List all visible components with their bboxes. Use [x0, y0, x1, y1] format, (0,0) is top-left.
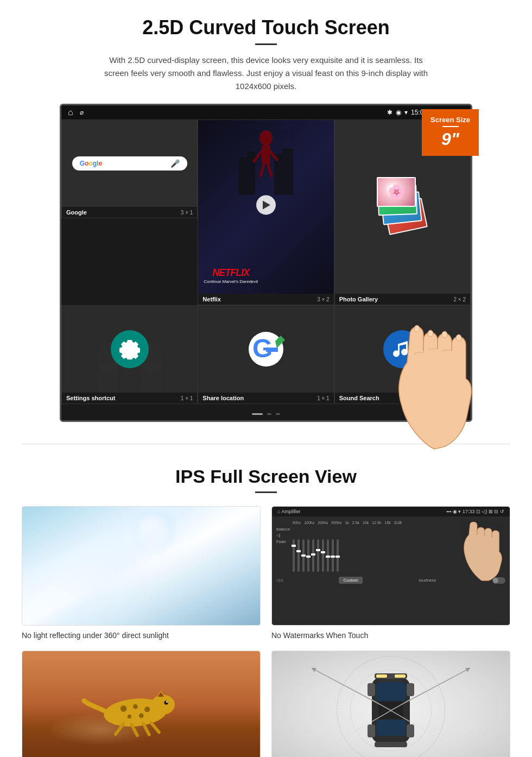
- feature-amplifier: ⌂ Amplifier ▪▪▪ ◉ ▾ 17:33 ⊡ ◁) ⊠ ⊟ ↺ 60h…: [271, 506, 510, 640]
- sound-app-size: 1 × 1: [453, 395, 466, 401]
- section-ips: IPS Full Screen View No light reflecting…: [0, 455, 532, 757]
- svg-point-28: [144, 706, 150, 712]
- amp-home-icon: ⌂ Amplifier: [277, 509, 300, 514]
- share-label-row: Share location 1 × 1: [198, 393, 333, 403]
- feature-sunlight: No light reflecting under 360° direct su…: [22, 506, 261, 640]
- slider-6: [317, 539, 319, 572]
- section2-divider: [255, 491, 277, 493]
- share-app-size: 1 × 1: [317, 395, 330, 401]
- svg-point-29: [127, 714, 131, 718]
- svg-rect-13: [142, 363, 161, 393]
- share-content: G: [198, 306, 333, 393]
- home-icon[interactable]: ⌂: [68, 108, 73, 117]
- gallery-app-name: Photo Gallery: [339, 296, 378, 302]
- slider-1-thumb: [292, 545, 296, 547]
- amp-toggle-knob: [493, 578, 498, 583]
- music-note-icon: [392, 339, 413, 359]
- sound-label-row: Sound Search 1 × 1: [335, 393, 470, 403]
- slider-5-thumb: [311, 553, 315, 556]
- share-app-name: Share location: [202, 395, 244, 401]
- app-grid-top: Google 🎤 Google 3 × 1: [61, 119, 471, 305]
- daredevil-svg: [239, 124, 293, 195]
- settings-app-size: 1 × 1: [181, 395, 193, 401]
- indicator-1: [252, 413, 263, 415]
- badge-size: 9": [441, 129, 459, 149]
- section1-divider: [255, 43, 277, 45]
- app-cell-share[interactable]: G Share location 1 × 1: [198, 305, 334, 404]
- slider-3: [302, 539, 305, 572]
- amp-sliders: [293, 528, 339, 572]
- section-curved-screen: 2.5D Curved Touch Screen With 2.5D curve…: [0, 0, 532, 433]
- google-app-name: Google: [66, 209, 87, 216]
- angle-arrows-svg: [272, 651, 510, 757]
- car-bg: [272, 651, 510, 757]
- netflix-subtitle: Continue Marvel's Daredevil: [204, 279, 258, 284]
- device-mockup: Screen Size 9" ⌂ ⌀ ✱ ◉ ▾ 15:06 ⊡ ◁) ⊠: [60, 104, 472, 422]
- status-bar-left: ⌂ ⌀: [68, 108, 84, 117]
- svg-point-4: [259, 130, 273, 146]
- feature-car: Large Viewing Angle: [271, 651, 510, 757]
- svg-line-33: [143, 723, 149, 734]
- app-cell-google[interactable]: Google 🎤 Google 3 × 1: [61, 119, 198, 218]
- google-search-bar[interactable]: Google 🎤: [72, 156, 187, 171]
- badge-label: Screen Size: [430, 116, 470, 124]
- amp-sliders-row: [293, 526, 505, 575]
- google-label-row: Google 3 × 1: [62, 207, 197, 218]
- amp-hand-svg: [450, 522, 504, 582]
- app-cell-netflix[interactable]: NETFLIX Continue Marvel's Daredevil Netf…: [198, 119, 334, 305]
- amplifier-image: ⌂ Amplifier ▪▪▪ ◉ ▾ 17:33 ⊡ ◁) ⊠ ⊟ ↺ 60h…: [271, 506, 510, 626]
- app-cell-settings[interactable]: Settings shortcut 1 × 1: [61, 305, 198, 404]
- device-screen: ⌂ ⌀ ✱ ◉ ▾ 15:06 ⊡ ◁) ⊠ ▭: [60, 104, 472, 422]
- gallery-label-row: Photo Gallery 2 × 2: [335, 294, 470, 305]
- amplifier-caption: No Watermarks When Touch: [271, 631, 510, 640]
- sound-content: [335, 306, 470, 393]
- netflix-app-size: 3 × 2: [317, 297, 330, 302]
- slider-2-thumb: [296, 550, 301, 552]
- usb-icon: ⌀: [80, 109, 84, 116]
- google-app-size: 3 × 1: [181, 210, 193, 216]
- daredevil-scene: NETFLIX Continue Marvel's Daredevil: [198, 120, 333, 294]
- section1-title: 2.5D Curved Touch Screen: [33, 16, 499, 39]
- slider-7: [322, 539, 324, 572]
- play-triangle-icon: [263, 200, 270, 209]
- indicator-3: [276, 413, 280, 415]
- amplifier-ui: ⌂ Amplifier ▪▪▪ ◉ ▾ 17:33 ⊡ ◁) ⊠ ⊟ ↺ 60h…: [272, 507, 510, 625]
- google-content: Google 🎤: [62, 120, 197, 207]
- page-indicators: [61, 404, 471, 420]
- slider-8-thumb: [326, 556, 330, 558]
- netflix-logo-text: NETFLIX: [204, 267, 258, 279]
- amp-body: 60hz 100hz 200hz 500hz 1k 2.5k 10k 12.5k…: [272, 516, 510, 625]
- amp-toggle[interactable]: [492, 577, 505, 584]
- cheetah-bg: [22, 651, 260, 757]
- cheetah-image: [22, 651, 261, 757]
- play-button[interactable]: [256, 195, 276, 215]
- slider-4: [307, 539, 309, 572]
- sound-icon-circle: [383, 330, 421, 368]
- svg-line-8: [261, 164, 264, 176]
- svg-point-30: [139, 713, 144, 718]
- settings-app-name: Settings shortcut: [66, 395, 115, 401]
- settings-icon-circle: [111, 330, 149, 368]
- wifi-icon: ▾: [404, 109, 408, 116]
- svg-rect-5: [262, 145, 270, 164]
- slider-9-thumb: [331, 556, 335, 558]
- svg-point-26: [120, 705, 126, 712]
- cheetah-svg: [58, 681, 213, 740]
- section-divider: [22, 444, 510, 444]
- slider-4-thumb: [306, 556, 311, 558]
- svg-line-34: [151, 723, 159, 732]
- slider-8: [327, 539, 329, 572]
- slider-9: [332, 539, 334, 572]
- maps-g-icon: G: [247, 330, 285, 368]
- svg-line-6: [254, 152, 262, 161]
- amp-loudness: loudness: [419, 578, 436, 583]
- svg-point-35: [164, 701, 168, 704]
- app-grid-bottom: Settings shortcut 1 × 1 G: [61, 305, 471, 404]
- netflix-brand: NETFLIX Continue Marvel's Daredevil: [204, 267, 258, 284]
- amp-left-labels: Balance ◁) Fader: [276, 527, 290, 544]
- section2-title: IPS Full Screen View: [22, 466, 510, 487]
- app-cell-sound[interactable]: Sound Search 1 × 1: [334, 305, 471, 404]
- slider-10: [337, 539, 339, 572]
- slider-3-thumb: [301, 554, 306, 557]
- light-streak: [22, 507, 260, 625]
